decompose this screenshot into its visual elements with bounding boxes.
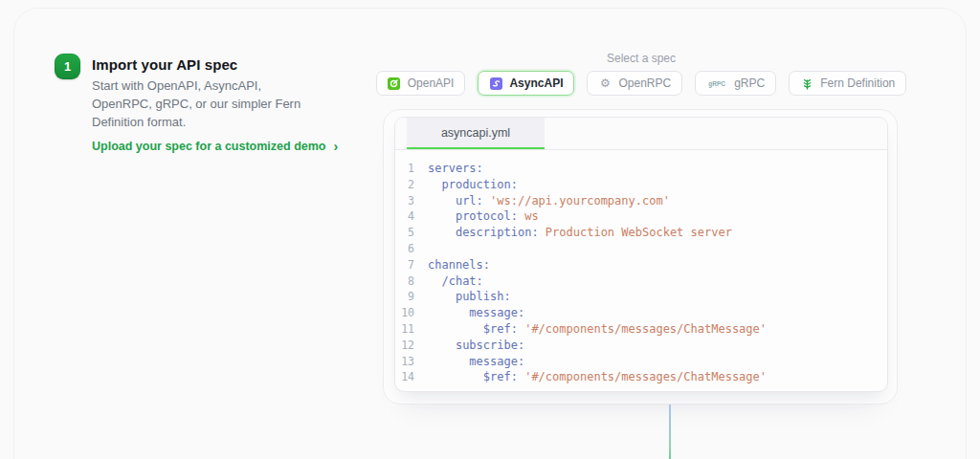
code-text: message: [428,305,524,321]
code-line: 14 $ref: '#/components/messages/ChatMess… [395,369,887,385]
line-number: 12 [395,338,428,354]
code-line: 13 message: [395,354,887,370]
code-line: 11 $ref: '#/components/messages/ChatMess… [395,321,887,338]
spec-button-label: gRPC [734,76,765,90]
chevron-right-icon: › [334,140,339,153]
line-number: 9 [395,289,428,305]
spec-button-openrpc[interactable]: ⚙ OpenRPC [587,71,682,96]
code-line: 9 publish: [395,289,887,305]
spec-button-label: Fern Definition [820,76,895,90]
code-text: /chat: [428,273,483,290]
line-number: 3 [395,193,428,209]
line-number: 14 [395,369,428,385]
code-text: channels: [428,257,490,273]
line-number: 8 [395,273,428,290]
code-line: 3 url: 'ws://api.yourcompany.com' [395,193,887,209]
select-a-spec-label: Select a spec [383,52,900,65]
spec-button-label: OpenRPC [618,76,671,90]
step-title: Import your API spec [92,56,237,73]
code-text: $ref: '#/components/messages/ChatMessage… [428,369,767,385]
step-number-badge: 1 [55,54,80,79]
line-number: 2 [395,177,428,193]
grpc-icon: gRPC [706,76,727,90]
code-line: 7channels: [395,257,887,273]
code-line: 10 message: [395,305,887,321]
line-number: 11 [395,321,428,338]
code-line: 12 subscribe: [395,338,887,354]
spec-button-fern-definition[interactable]: Fern Definition [789,71,906,96]
spec-button-grpc[interactable]: gRPC gRPC [695,71,776,96]
spec-button-label: OpenAPI [408,76,455,90]
code-line: 2 production: [395,177,887,193]
asyncapi-icon [489,76,502,90]
code-line: 6 [395,241,887,257]
code-line: 1servers: [395,161,887,177]
spec-button-openapi[interactable]: OpenAPI [376,71,466,96]
code-line: 8 /chat: [395,273,887,290]
spec-button-row: OpenAPI AsyncAPI ⚙ OpenRPC gRPC gRPC Fer [373,71,909,96]
upload-spec-link-label: Upload your spec for a customized demo [92,140,326,153]
line-number: 13 [395,354,428,370]
spec-button-asyncapi[interactable]: AsyncAPI [478,71,574,96]
code-text: message: [428,354,524,370]
line-number: 10 [395,305,428,321]
openapi-icon [388,76,401,90]
flow-connector-line [669,404,671,459]
code-editor-panel: asyncapi.yml 1servers:2 production:3 url… [394,117,888,392]
editor-tab-bar: asyncapi.yml [395,118,887,150]
line-number: 6 [395,241,428,257]
openrpc-icon: ⚙ [598,76,612,90]
code-text: servers: [428,161,483,177]
code-text: $ref: '#/components/messages/ChatMessage… [428,321,767,338]
line-number: 1 [395,161,428,177]
code-text: url: 'ws://api.yourcompany.com' [428,193,670,209]
upload-spec-link[interactable]: Upload your spec for a customized demo › [92,140,338,153]
code-text: publish: [428,289,511,305]
line-number: 4 [395,208,428,225]
line-number: 7 [395,257,428,273]
fern-icon [800,76,813,90]
spec-button-label: AsyncAPI [509,76,563,90]
line-number: 5 [395,225,428,241]
code-line: 5 description: Production WebSocket serv… [395,225,887,241]
code-text: description: Production WebSocket server [428,225,732,241]
code-text: production: [428,177,518,193]
code-area[interactable]: 1servers:2 production:3 url: 'ws://api.y… [395,150,887,385]
code-line: 4 protocol: ws [395,208,887,225]
step-description: Start with OpenAPI, AsyncAPI, OpenRPC, g… [92,77,306,132]
code-text: subscribe: [428,338,524,354]
tab-asyncapi-yml[interactable]: asyncapi.yml [407,118,545,149]
code-text: protocol: ws [428,208,539,225]
